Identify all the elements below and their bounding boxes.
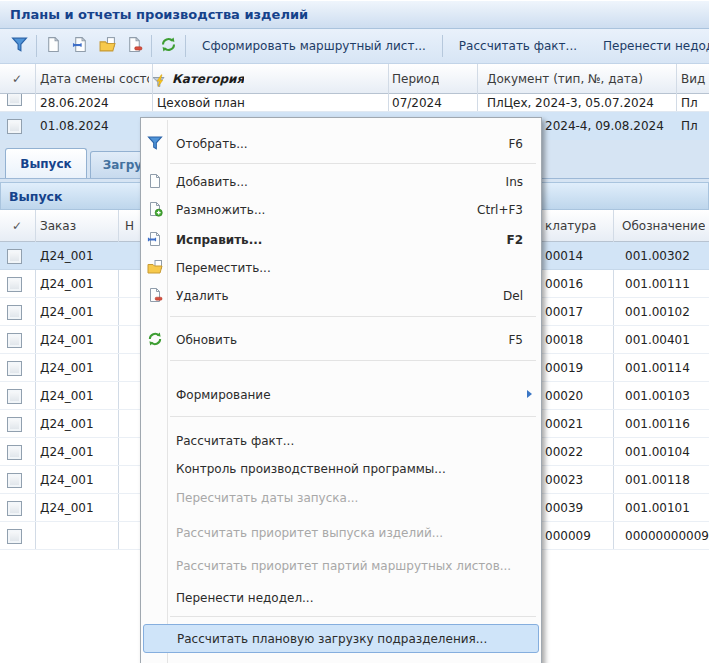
menu-item-formirovanie[interactable]: Формирование <box>143 381 539 409</box>
move-button[interactable] <box>94 33 121 59</box>
cell-order: Д24_001 <box>40 438 94 466</box>
menu-separator <box>170 163 536 164</box>
row-checkbox[interactable] <box>7 417 22 432</box>
row-checkbox[interactable] <box>7 94 22 106</box>
menu-item-label: Добавить... <box>176 175 248 189</box>
cell-designation: 001.00116 <box>625 410 690 438</box>
menu-item-ispravit[interactable]: Исправить... F2 <box>143 226 539 254</box>
menu-item-shortcut: F2 <box>506 233 523 247</box>
cell-period: 07/2024 <box>392 94 442 112</box>
copy-doc-icon <box>146 201 164 220</box>
cell-nomenclature: 00016 <box>545 270 583 298</box>
edit-doc-icon <box>146 231 164 250</box>
toolbar-separator <box>151 35 152 57</box>
row-checkbox[interactable] <box>7 249 22 264</box>
column-header-category[interactable]: Категория <box>172 64 244 94</box>
row-checkbox[interactable] <box>7 361 22 376</box>
column-header-date[interactable]: Дата смены состояния <box>40 64 149 94</box>
form-route-sheet-button[interactable]: Сформировать маршрутный лист... <box>189 39 439 53</box>
cell-nomenclature: 00017 <box>545 298 583 326</box>
menu-item-rasschitat-fakt[interactable]: Рассчитать факт... <box>143 427 539 455</box>
table-row[interactable]: 28.06.2024 Цеховой план 07/2024 ПлЦех, 2… <box>0 94 709 112</box>
add-button[interactable] <box>40 33 67 59</box>
edit-doc-icon <box>72 36 89 56</box>
menu-item-dobavit[interactable]: Добавить... Ins <box>143 168 539 196</box>
cell-designation: 001.00102 <box>625 298 690 326</box>
menu-item-otobrat[interactable]: Отобрать... F6 <box>143 130 539 158</box>
menu-item-udalit[interactable]: Удалить Del <box>143 282 539 310</box>
group-header-title: Выпуск <box>9 189 63 204</box>
menu-item-shortcut: Del <box>503 289 523 303</box>
cell-designation: 001.00118 <box>625 466 690 494</box>
menu-item-label: Отобрать... <box>176 137 248 151</box>
cell-designation: 001.00103 <box>625 382 690 410</box>
cell-kind: Пл <box>681 112 709 140</box>
row-checkbox[interactable] <box>7 501 22 516</box>
menu-item-perenesti-nedodel[interactable]: Перенести недодел... <box>143 584 539 612</box>
menu-item-prioritet-vypuska[interactable]: Рассчитать приоритет выпуска изделий... <box>143 519 539 547</box>
menu-separator <box>170 360 536 361</box>
cell-nomenclature: 00014 <box>545 242 583 270</box>
cell-order: Д24_001 <box>40 382 94 410</box>
cell-designation: 001.00104 <box>625 438 690 466</box>
column-header-check[interactable]: ✓ <box>12 64 22 94</box>
edit-button[interactable] <box>67 33 94 59</box>
context-menu: Отобрать... F6 Добавить... Ins Размножит… <box>140 117 542 663</box>
row-checkbox[interactable] <box>7 473 22 488</box>
row-checkbox[interactable] <box>7 333 22 348</box>
row-checkbox[interactable] <box>7 277 22 292</box>
menu-item-peremestit[interactable]: Переместить... <box>143 254 539 282</box>
menu-item-label: Перенести недодел... <box>176 591 314 605</box>
cell-nomenclature: 00019 <box>545 354 583 382</box>
column-header-hidden[interactable]: Н <box>125 210 134 242</box>
menu-item-kontrol-programmy[interactable]: Контроль производственной программы... <box>143 455 539 483</box>
cell-nomenclature: 00039 <box>545 494 583 522</box>
refresh-button[interactable] <box>155 33 182 59</box>
tab-vypusk[interactable]: Выпуск <box>5 148 87 178</box>
menu-item-razmnozhit[interactable]: Размножить... Ctrl+F3 <box>143 196 539 224</box>
cell-nomenclature: 00022 <box>545 438 583 466</box>
cell-nomenclature: 000009 <box>545 522 591 550</box>
row-checkbox[interactable] <box>7 389 22 404</box>
add-doc-icon <box>146 173 164 192</box>
cell-designation: 001.00302 <box>625 242 690 270</box>
menu-item-shortcut: Ins <box>506 175 523 189</box>
column-header-check[interactable]: ✓ <box>12 210 22 242</box>
cell-category: Цеховой план <box>157 94 245 112</box>
submenu-arrow-icon <box>527 390 532 398</box>
menu-item-prioritet-partiy[interactable]: Рассчитать приоритет партий маршрутных л… <box>143 552 539 580</box>
menu-item-label: Формирование <box>176 388 271 402</box>
row-checkbox[interactable] <box>7 445 22 460</box>
menu-item-label: Переместить... <box>176 261 271 275</box>
column-header-designation[interactable]: Обозначение <box>622 210 705 242</box>
move-folder-icon <box>99 36 116 56</box>
delete-button[interactable] <box>121 33 148 59</box>
menu-item-shortcut: Ctrl+F3 <box>477 203 523 217</box>
filter-button[interactable] <box>6 33 33 59</box>
cell-nomenclature: 00021 <box>545 410 583 438</box>
menu-item-label: Пересчитать даты запуска... <box>176 491 358 505</box>
row-checkbox[interactable] <box>7 305 22 320</box>
column-header-nomenclature[interactable]: клатура <box>545 210 596 242</box>
toolbar-separator <box>442 35 443 57</box>
column-header-document[interactable]: Документ (тип, №, дата) <box>487 64 643 94</box>
calc-fact-button[interactable]: Рассчитать факт... <box>446 39 590 53</box>
row-checkbox[interactable] <box>7 529 22 544</box>
column-header-order[interactable]: Заказ <box>40 210 76 242</box>
menu-item-label: Рассчитать факт... <box>176 434 294 448</box>
menu-item-plan-zagruzka[interactable]: Рассчитать плановую загрузку подразделен… <box>143 624 539 653</box>
add-doc-icon <box>45 36 62 56</box>
menu-item-label: Размножить... <box>176 203 265 217</box>
toolbar: Сформировать маршрутный лист... Рассчита… <box>0 29 709 64</box>
cell-designation: 001.00111 <box>625 270 690 298</box>
column-header-period[interactable]: Период <box>392 64 439 94</box>
cell-nomenclature: 00018 <box>545 326 583 354</box>
menu-item-obnovit[interactable]: Обновить F5 <box>143 326 539 354</box>
filter-icon <box>11 36 28 56</box>
delete-doc-icon <box>126 36 143 56</box>
cell-order: Д24_001 <box>40 298 94 326</box>
row-checkbox[interactable] <box>7 119 22 134</box>
menu-item-pereschitat-daty[interactable]: Пересчитать даты запуска... <box>143 484 539 512</box>
transfer-backlog-button[interactable]: Перенести недодел... <box>590 39 709 53</box>
column-header-kind[interactable]: Вид <box>681 64 709 94</box>
